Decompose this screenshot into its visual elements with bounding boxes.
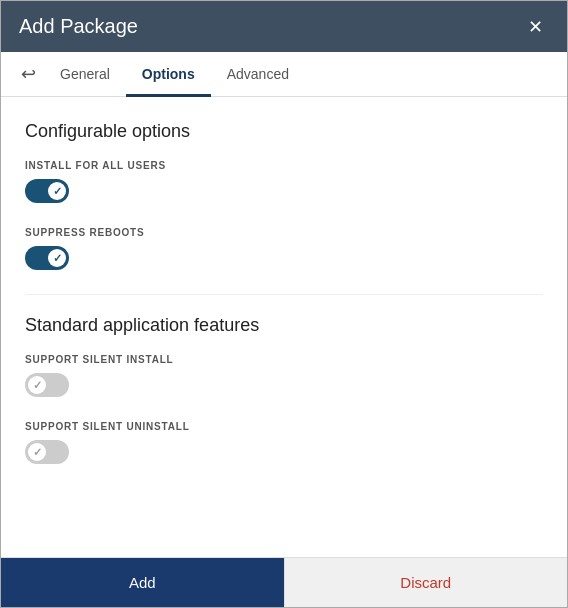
support-silent-install-track: ✓ [25,373,69,397]
title-bar: Add Package ✕ [1,1,567,52]
install-for-all-users-check-icon: ✓ [53,185,62,198]
tab-options[interactable]: Options [126,52,211,97]
footer: Add Discard [1,557,567,607]
suppress-reboots-track: ✓ [25,246,69,270]
install-for-all-users-row: INSTALL FOR ALL USERS ✓ [25,160,543,203]
discard-button[interactable]: Discard [284,558,568,607]
suppress-reboots-toggle[interactable]: ✓ [25,246,69,270]
suppress-reboots-row: SUPPRESS REBOOTS ✓ [25,227,543,270]
support-silent-install-toggle[interactable]: ✓ [25,373,69,397]
support-silent-uninstall-label: SUPPORT SILENT UNINSTALL [25,421,543,432]
support-silent-uninstall-row: SUPPORT SILENT UNINSTALL ✓ [25,421,543,464]
suppress-reboots-label: SUPPRESS REBOOTS [25,227,543,238]
install-for-all-users-thumb: ✓ [48,182,66,200]
content-area: Configurable options INSTALL FOR ALL USE… [1,97,567,557]
install-for-all-users-label: INSTALL FOR ALL USERS [25,160,543,171]
section-divider [25,294,543,295]
support-silent-install-label: SUPPORT SILENT INSTALL [25,354,543,365]
tab-advanced[interactable]: Advanced [211,52,305,97]
add-package-dialog: Add Package ✕ ↩ General Options Advanced… [0,0,568,608]
back-button[interactable]: ↩ [13,55,44,93]
install-for-all-users-toggle[interactable]: ✓ [25,179,69,203]
support-silent-install-thumb: ✓ [28,376,46,394]
dialog-title: Add Package [19,15,138,38]
suppress-reboots-check-icon: ✓ [53,252,62,265]
support-silent-uninstall-thumb: ✓ [28,443,46,461]
tab-general[interactable]: General [44,52,126,97]
suppress-reboots-thumb: ✓ [48,249,66,267]
configurable-options-title: Configurable options [25,121,543,142]
support-silent-uninstall-check-icon: ✓ [33,446,42,459]
install-for-all-users-track: ✓ [25,179,69,203]
add-button[interactable]: Add [1,558,284,607]
close-button[interactable]: ✕ [522,16,549,38]
support-silent-install-check-icon: ✓ [33,379,42,392]
standard-features-title: Standard application features [25,315,543,336]
support-silent-uninstall-toggle[interactable]: ✓ [25,440,69,464]
tabs-bar: ↩ General Options Advanced [1,52,567,97]
support-silent-uninstall-track: ✓ [25,440,69,464]
support-silent-install-row: SUPPORT SILENT INSTALL ✓ [25,354,543,397]
